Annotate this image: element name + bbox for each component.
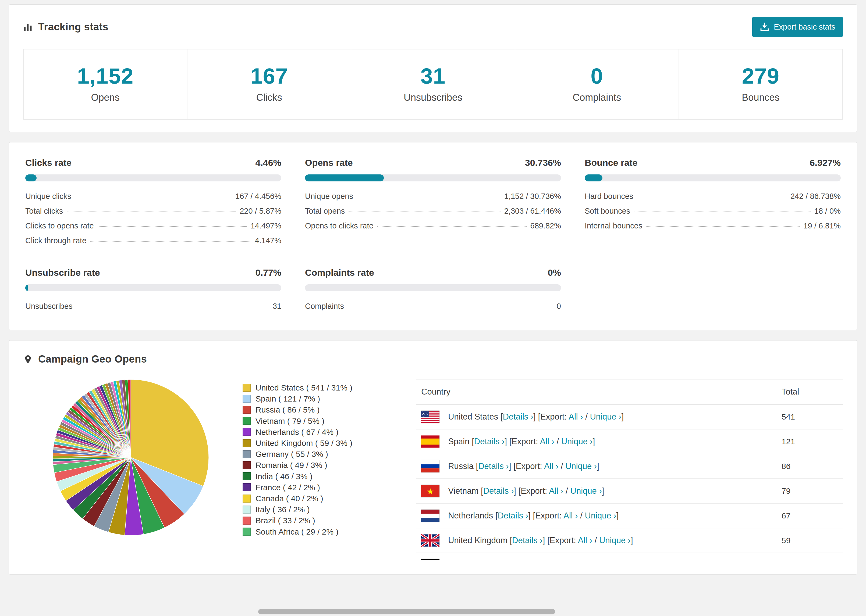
dotted-leader xyxy=(646,226,800,227)
country-total: 79 xyxy=(781,486,838,496)
stat-row-label: Soft bounces xyxy=(585,207,630,215)
legend-item-romania: Romania ( 49 / 3% ) xyxy=(242,460,352,471)
legend-swatch xyxy=(242,428,251,436)
legend-label: Italy ( 36 / 2% ) xyxy=(255,504,310,515)
details-link[interactable]: Details › xyxy=(503,412,534,421)
country-name: United States xyxy=(448,412,498,421)
stat-label: Bounces xyxy=(679,92,842,103)
dotted-leader xyxy=(98,226,247,227)
details-link[interactable]: Details › xyxy=(474,437,505,446)
rate-unsubscribe-rate: Unsubscribe rate 0.77% Unsubscribes 31 xyxy=(25,267,281,314)
country-total: 59 xyxy=(781,536,838,545)
rate-value: 6.927% xyxy=(810,157,841,168)
legend-label: India ( 46 / 3% ) xyxy=(255,471,313,482)
legend-swatch xyxy=(242,472,251,480)
country-total: 86 xyxy=(781,462,838,471)
stat-box-clicks: 167 Clicks xyxy=(187,49,351,119)
dotted-leader xyxy=(75,197,231,197)
dotted-leader xyxy=(377,226,527,227)
tracking-stats-page: Tracking stats Export basic stats 1,152 … xyxy=(0,0,866,616)
details-link[interactable]: Details › xyxy=(483,486,514,496)
legend-swatch xyxy=(242,450,251,458)
stat-label: Clicks xyxy=(187,92,351,103)
export-unique-link[interactable]: Unique › xyxy=(570,486,602,496)
stat-row: Unique clicks 167 / 4.456% xyxy=(25,189,281,204)
rates-card: Clicks rate 4.46% Unique clicks 167 / 4.… xyxy=(9,142,857,330)
horizontal-scrollbar-thumb[interactable] xyxy=(258,609,555,614)
export-all-link[interactable]: All › xyxy=(540,437,554,446)
country-total: 67 xyxy=(781,511,838,520)
stat-row-value: 2,303 / 61.446% xyxy=(504,207,561,215)
legend-swatch xyxy=(242,417,251,425)
stat-value: 279 xyxy=(679,63,842,89)
country-name: Spain xyxy=(448,437,469,446)
stat-box-opens: 1,152 Opens xyxy=(24,49,187,119)
details-link[interactable]: Details › xyxy=(478,462,509,471)
stat-row-value: 167 / 4.456% xyxy=(235,192,281,201)
stat-label: Unsubscribes xyxy=(351,92,515,103)
details-link[interactable]: Details › xyxy=(512,536,543,545)
stat-row: Click through rate 4.147% xyxy=(25,233,281,248)
stat-row: Hard bounces 242 / 86.738% xyxy=(585,189,841,204)
stat-row-label: Clicks to opens rate xyxy=(25,222,94,230)
export-unique-link[interactable]: Unique › xyxy=(599,536,631,545)
rate-head: Bounce rate 6.927% xyxy=(585,157,841,168)
export-all-link[interactable]: All › xyxy=(549,486,563,496)
stat-row-value: 18 / 0% xyxy=(814,207,841,215)
tracking-stats-title: Tracking stats xyxy=(23,21,109,33)
legend-item-india: India ( 46 / 3% ) xyxy=(242,471,352,482)
export-all-link[interactable]: All › xyxy=(568,412,583,421)
details-link[interactable]: Details › xyxy=(498,511,529,520)
bar-chart-icon xyxy=(23,22,33,32)
export-all-link[interactable]: All › xyxy=(544,462,558,471)
legend-label: United States ( 541 / 31% ) xyxy=(255,382,352,393)
progress-bar xyxy=(25,174,281,181)
export-icon xyxy=(760,22,770,32)
export-unique-link[interactable]: Unique › xyxy=(565,462,597,471)
progress-bar xyxy=(305,284,561,291)
stat-row-label: Total clicks xyxy=(25,207,63,215)
export-all-link[interactable]: All › xyxy=(578,536,592,545)
export-basic-stats-button[interactable]: Export basic stats xyxy=(752,17,843,37)
export-unique-link[interactable]: Unique › xyxy=(585,511,616,520)
stat-value: 0 xyxy=(515,63,679,89)
stat-row-label: Internal bounces xyxy=(585,222,642,230)
rate-title: Unsubscribe rate xyxy=(25,267,100,278)
export-unique-link[interactable]: Unique › xyxy=(590,412,621,421)
stat-label: Complaints xyxy=(515,92,679,103)
stat-row: Total clicks 220 / 5.87% xyxy=(25,204,281,218)
flag-icon-gb xyxy=(421,534,439,547)
dotted-leader xyxy=(348,306,553,307)
dotted-leader xyxy=(76,306,269,307)
legend-swatch xyxy=(242,461,251,469)
legend-label: Netherlands ( 67 / 4% ) xyxy=(255,426,339,438)
progress-bar xyxy=(305,174,561,181)
stats-summary-strip: 1,152 Opens 167 Clicks 31 Unsubscribes 0… xyxy=(23,49,843,120)
rate-head: Opens rate 30.736% xyxy=(305,157,561,168)
export-all-link[interactable]: All › xyxy=(564,511,578,520)
geo-opens-card: Campaign Geo Opens United States ( 541 /… xyxy=(9,340,857,575)
export-unique-link[interactable]: Unique › xyxy=(561,437,593,446)
progress-bar xyxy=(25,284,281,291)
table-row-gb: United Kingdom [Details ›] [Export: All … xyxy=(416,528,843,553)
legend-label: Germany ( 55 / 3% ) xyxy=(255,449,328,460)
legend-label: Spain ( 121 / 7% ) xyxy=(255,393,320,404)
tracking-stats-card: Tracking stats Export basic stats 1,152 … xyxy=(9,4,857,132)
legend-label: France ( 42 / 2% ) xyxy=(255,482,320,493)
stat-value: 167 xyxy=(187,63,351,89)
stat-row-value: 689.82% xyxy=(531,222,561,230)
stat-row-label: Unique clicks xyxy=(25,192,71,201)
legend-swatch xyxy=(242,406,251,414)
legend-label: Canada ( 40 / 2% ) xyxy=(255,493,323,504)
legend-item-italy: Italy ( 36 / 2% ) xyxy=(242,504,352,515)
stat-row: Complaints 0 xyxy=(305,299,561,314)
legend-swatch xyxy=(242,439,251,447)
stat-value: 31 xyxy=(351,63,515,89)
country-name: Netherlands xyxy=(448,511,493,520)
export-button-label: Export basic stats xyxy=(774,23,835,31)
rate-value: 4.46% xyxy=(255,157,281,168)
flag-icon-es xyxy=(421,435,439,448)
stat-row: Clicks to opens rate 14.497% xyxy=(25,218,281,233)
legend-label: United Kingdom ( 59 / 3% ) xyxy=(255,438,352,449)
legend-label: Romania ( 49 / 3% ) xyxy=(255,460,327,471)
